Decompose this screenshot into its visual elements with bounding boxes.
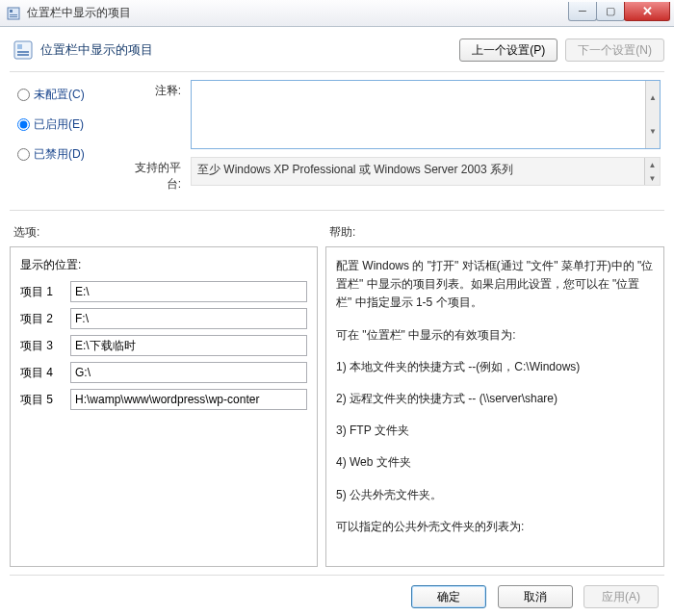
svg-rect-5 [17,44,22,49]
prev-setting-button[interactable]: 上一个设置(P) [459,38,557,62]
help-text: 配置 Windows 的 "打开" 对话框(通过 "文件" 菜单打开)中的 "位… [336,257,654,313]
item-2-input[interactable] [70,308,307,329]
radio-disabled[interactable]: 已禁用(D) [17,140,123,169]
help-text: 2) 远程文件夹的快捷方式 -- (\\server\share) [336,390,654,408]
titlebar: 位置栏中显示的项目 ─ ▢ ✕ [0,0,674,27]
apply-button: 应用(A) [583,585,659,608]
item-1-input[interactable] [70,281,307,302]
platform-label: 支持的平台: [123,157,191,192]
comment-textarea[interactable] [191,80,661,149]
item-label: 项目 5 [20,392,70,408]
next-setting-button: 下一个设置(N) [565,38,664,62]
item-label: 项目 1 [20,284,70,300]
help-text: 1) 本地文件夹的快捷方式 --(例如，C:\Windows) [336,358,654,376]
page-title: 位置栏中显示的项目 [40,41,452,59]
item-5-input[interactable] [70,389,307,410]
options-section-title: 显示的位置: [20,257,307,273]
svg-rect-2 [10,14,17,15]
svg-rect-3 [10,16,17,17]
policy-icon [13,40,33,60]
help-label: 帮助: [329,224,355,241]
svg-rect-0 [8,8,19,19]
window-title: 位置栏中显示的项目 [27,5,569,21]
svg-rect-7 [17,54,29,56]
state-radio-group: 未配置(C) 已启用(E) 已禁用(D) [17,80,123,200]
item-3-input[interactable] [70,335,307,356]
comment-scrollbar[interactable]: ▲▼ [645,80,661,149]
radio-enabled[interactable]: 已启用(E) [17,110,123,140]
close-button[interactable]: ✕ [624,2,670,21]
platform-scrollbar[interactable]: ▲▼ [644,158,660,185]
help-pane: 配置 Windows 的 "打开" 对话框(通过 "文件" 菜单打开)中的 "位… [325,246,664,567]
maximize-button[interactable]: ▢ [596,2,625,21]
help-text: 4) Web 文件夹 [336,453,654,472]
help-text: 可在 "位置栏" 中显示的有效项目为: [336,326,654,345]
help-text: 3) FTP 文件夹 [336,422,654,440]
cancel-button[interactable]: 取消 [498,585,573,608]
item-4-input[interactable] [70,362,307,383]
radio-not-configured[interactable]: 未配置(C) [17,80,123,110]
svg-rect-4 [14,41,32,59]
options-pane: 显示的位置: 项目 1 项目 2 项目 3 项目 4 项目 5 [10,246,318,567]
help-text: 5) 公共外壳文件夹。 [336,486,654,504]
minimize-button[interactable]: ─ [568,2,597,21]
svg-rect-1 [10,10,13,13]
comment-label: 注释: [123,80,191,149]
item-label: 项目 4 [20,365,70,381]
item-label: 项目 3 [20,338,70,354]
help-text: 可以指定的公共外壳文件夹的列表为: [336,518,654,536]
window-buttons: ─ ▢ ✕ [569,2,670,21]
ok-button[interactable]: 确定 [411,585,486,608]
svg-rect-6 [17,51,29,53]
app-icon [6,6,21,21]
options-label: 选项: [13,224,329,241]
platform-value: 至少 Windows XP Professional 或 Windows Ser… [197,163,513,176]
platform-box: 至少 Windows XP Professional 或 Windows Ser… [191,157,661,186]
item-label: 项目 2 [20,311,70,327]
